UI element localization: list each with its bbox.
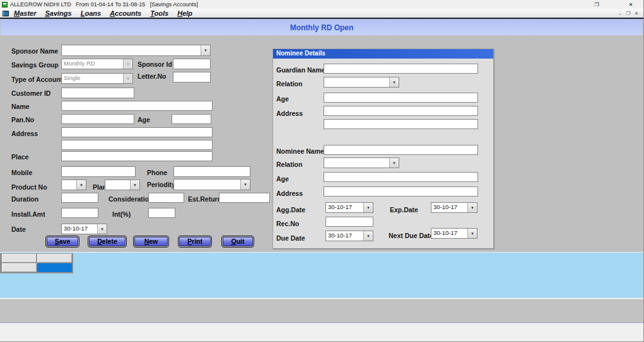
close-icon[interactable]: ✕ — [623, 2, 639, 8]
guardian-age-input[interactable] — [324, 93, 478, 103]
quit-button-frame: Quit — [221, 236, 254, 248]
guardian-name-label: Guardian Name — [276, 66, 325, 74]
product-no-combo[interactable]: ▼ — [61, 180, 86, 190]
chevron-down-icon[interactable]: ▼ — [201, 45, 210, 55]
rec-no-input[interactable] — [325, 217, 373, 227]
chevron-down-icon[interactable]: ▼ — [76, 180, 86, 190]
address-line1-input[interactable] — [61, 127, 213, 137]
chevron-down-icon[interactable]: ▼ — [389, 77, 399, 87]
delete-button[interactable]: Delete — [89, 237, 126, 246]
next-due-date-label: Next Due Date — [389, 232, 433, 239]
quit-button[interactable]: Quit — [223, 237, 253, 246]
address-label: Address — [11, 130, 38, 137]
child-window-icon[interactable] — [3, 11, 9, 16]
page-title: Monthly RD Open — [290, 23, 354, 32]
sponsor-name-combo[interactable]: ▼ — [61, 45, 211, 56]
name-label: Name — [11, 103, 30, 110]
grid-cell-selected[interactable] — [37, 263, 72, 272]
consideration-input[interactable] — [148, 193, 184, 203]
exp-date-combo[interactable]: 30-10-17 ▼ — [431, 202, 477, 213]
next-due-date-value: 30-10-17 — [431, 229, 467, 238]
print-button[interactable]: Print — [179, 237, 211, 246]
mobile-input[interactable] — [61, 166, 136, 177]
agg-date-combo[interactable]: 30-10-17 ▼ — [325, 202, 373, 213]
nominee-relation-label: Relation — [276, 161, 302, 168]
address-line2-input[interactable] — [61, 140, 213, 150]
name-input[interactable] — [61, 101, 213, 111]
exp-date-label: Exp.Date — [390, 206, 418, 214]
grid-row — [2, 263, 73, 272]
nominee-address-label: Address — [276, 190, 303, 197]
est-return-input[interactable] — [219, 193, 270, 203]
due-date-label: Due Date — [276, 234, 305, 242]
next-due-date-combo[interactable]: 30-10-17 ▼ — [431, 228, 477, 239]
pan-no-input[interactable] — [61, 114, 134, 124]
periodicity-value — [174, 180, 240, 190]
customer-id-input[interactable] — [61, 88, 134, 98]
nominee-age-input[interactable] — [324, 172, 478, 182]
guardian-name-input[interactable] — [324, 64, 478, 74]
chevron-down-icon[interactable]: ▼ — [467, 203, 477, 212]
menu-loans[interactable]: Loans — [81, 9, 101, 17]
chevron-down-icon[interactable]: ▼ — [363, 231, 373, 241]
window-title: ALLEGROW NIDHI LTD From 01-04-14 To 31-0… — [10, 1, 198, 8]
nominee-address-input[interactable] — [324, 186, 478, 197]
guardian-age-label: Age — [276, 95, 289, 103]
delete-button-frame: Delete — [88, 236, 127, 248]
guardian-relation-label: Relation — [276, 80, 302, 88]
mdi-restore-icon[interactable]: ❐ — [624, 11, 632, 16]
menu-help[interactable]: Help — [177, 9, 192, 17]
chevron-down-icon[interactable]: ▼ — [363, 203, 373, 212]
letter-no-input[interactable] — [173, 72, 211, 83]
sponsor-id-input[interactable] — [173, 59, 211, 69]
chevron-down-icon[interactable]: ▼ — [389, 158, 399, 168]
savings-group-combo[interactable]: Monthly RD ▼ — [61, 59, 133, 69]
grid-cell[interactable] — [37, 254, 72, 263]
type-of-account-combo[interactable]: Single ▼ — [61, 73, 133, 84]
guardian-relation-combo[interactable]: ▼ — [324, 77, 399, 88]
maximize-restore-icon[interactable]: ❐ — [588, 2, 605, 8]
mdi-minimize-icon[interactable]: – — [616, 11, 624, 16]
save-button[interactable]: Save — [47, 237, 78, 246]
form-header: Monthly RD Open — [1, 20, 643, 35]
duration-input[interactable] — [61, 193, 98, 203]
pan-no-label: Pan.No — [11, 116, 34, 123]
phone-input[interactable] — [173, 166, 250, 177]
install-amt-input[interactable] — [61, 208, 98, 218]
status-band — [0, 298, 644, 323]
grid-cell[interactable] — [2, 254, 37, 263]
chevron-down-icon[interactable]: ▼ — [240, 180, 250, 190]
guardian-address-line1-input[interactable] — [324, 106, 478, 116]
menu-master[interactable]: Master — [14, 9, 36, 17]
age-input[interactable] — [172, 114, 211, 124]
due-date-combo[interactable]: 30-10-17 ▼ — [325, 231, 373, 241]
workspace-area — [0, 252, 644, 298]
record-grid[interactable] — [0, 253, 73, 273]
guardian-address-line2-input[interactable] — [324, 119, 478, 129]
nominee-relation-combo[interactable]: ▼ — [324, 157, 399, 168]
new-button[interactable]: New — [134, 237, 168, 246]
product-no-value — [62, 180, 76, 190]
periodicity-combo[interactable]: ▼ — [173, 179, 250, 190]
chevron-down-icon[interactable]: ▼ — [130, 180, 139, 190]
letter-no-label: Letter.No — [138, 72, 167, 80]
place-input[interactable] — [61, 151, 213, 161]
mdi-close-icon[interactable]: ✕ — [633, 11, 640, 16]
chevron-down-icon[interactable]: ▼ — [97, 224, 107, 234]
install-amt-label: Install.Amt — [11, 210, 45, 218]
age-label: Age — [138, 116, 150, 123]
grid-cell[interactable] — [2, 263, 37, 272]
menu-tools[interactable]: Tools — [150, 9, 168, 17]
sponsor-name-value — [62, 45, 201, 55]
mobile-label: Mobile — [11, 169, 32, 176]
menu-savings[interactable]: Savings — [45, 9, 71, 17]
guardian-relation-value — [324, 77, 389, 87]
int-pct-input[interactable] — [148, 208, 175, 218]
date-combo[interactable]: 30-10-17 ▼ — [61, 224, 107, 234]
nominee-name-input[interactable] — [324, 145, 478, 155]
menu-accounts[interactable]: Accounts — [110, 9, 141, 17]
chevron-down-icon[interactable]: ▼ — [467, 229, 477, 238]
guardian-address-label: Address — [276, 110, 303, 117]
customer-id-label: Customer ID — [11, 89, 50, 97]
plan-combo[interactable]: ▼ — [105, 180, 140, 190]
